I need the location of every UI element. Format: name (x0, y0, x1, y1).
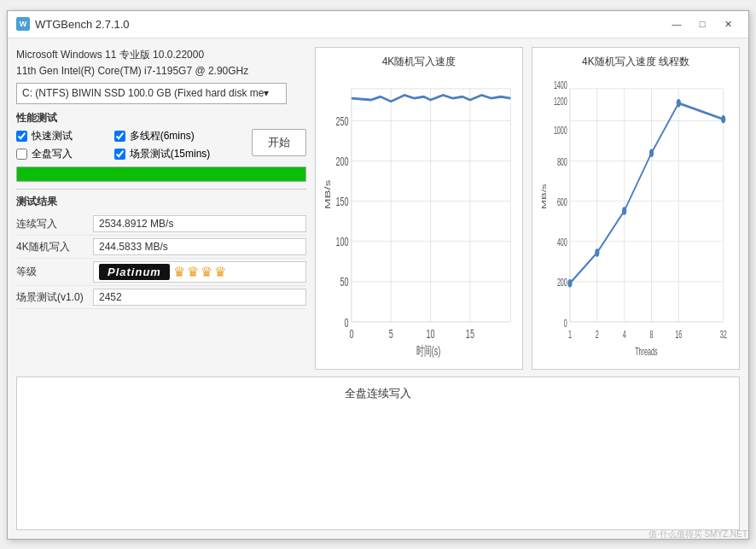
bottom-title: 全盘连续写入 (26, 386, 730, 401)
bottom-panel: 全盘连续写入 (16, 377, 740, 530)
scene-test-label: 场景测试(15mins) (130, 147, 211, 161)
svg-text:15: 15 (466, 326, 474, 341)
chart2-svg: 0 200 400 600 800 1000 1200 1400 1 2 4 8… (539, 73, 732, 362)
seq-write-value: 2534.8912 MB/s (93, 215, 306, 232)
result-row-grade: 等级 Platinum ♛♛♛♛ (16, 259, 306, 286)
svg-text:MB/s: MB/s (323, 179, 332, 208)
svg-text:400: 400 (557, 235, 567, 248)
scene-label: 场景测试(v1.0) (16, 290, 93, 305)
grade-value: Platinum ♛♛♛♛ (93, 261, 306, 283)
full-write-checkbox[interactable] (16, 149, 27, 160)
svg-text:250: 250 (335, 114, 348, 128)
svg-text:Threads: Threads (635, 345, 657, 358)
svg-text:200: 200 (335, 154, 348, 168)
chart1-svg: 0 50 100 150 200 250 0 5 10 15 MB/s (323, 73, 515, 362)
system-info: Microsoft Windows 11 专业版 10.0.22000 11th… (16, 47, 306, 105)
performance-label: 性能测试 (16, 111, 306, 126)
disk-select: C: (NTFS) BIWIN SSD 100.0 GB (Fixed hard… (16, 83, 306, 104)
svg-text:50: 50 (340, 275, 348, 289)
svg-text:32: 32 (720, 327, 727, 340)
chart1-panel: 4K随机写入速度 (315, 47, 523, 370)
svg-text:1400: 1400 (554, 78, 567, 91)
svg-text:10: 10 (427, 326, 435, 341)
4k-write-label: 4K随机写入 (16, 240, 93, 254)
svg-text:1000: 1000 (554, 123, 567, 136)
svg-text:16: 16 (675, 327, 682, 340)
svg-text:0: 0 (344, 315, 348, 330)
svg-text:1: 1 (568, 327, 572, 340)
svg-text:600: 600 (557, 195, 567, 207)
svg-text:8: 8 (649, 327, 653, 340)
svg-text:0: 0 (349, 326, 353, 341)
option-scene-test[interactable]: 场景测试(15mins) (114, 147, 211, 161)
svg-text:时间(s): 时间(s) (416, 344, 440, 359)
svg-text:100: 100 (335, 235, 348, 249)
start-button[interactable]: 开始 (252, 129, 306, 156)
svg-text:0: 0 (564, 316, 567, 329)
svg-text:MB/s: MB/s (540, 184, 547, 209)
svg-point-55 (622, 207, 626, 214)
cpu-info: 11th Gen Intel(R) Core(TM) i7-1195G7 @ 2… (16, 63, 306, 79)
results-label: 测试结果 (16, 195, 306, 209)
multithread-checkbox[interactable] (114, 131, 125, 142)
chart1-title: 4K随机写入速度 (323, 55, 515, 69)
disk-dropdown[interactable]: C: (NTFS) BIWIN SSD 100.0 GB (Fixed hard… (16, 83, 287, 104)
svg-point-58 (721, 114, 725, 122)
option-full-write[interactable]: 全盘写入 (16, 147, 73, 161)
chart2-title: 4K随机写入速度 线程数 (539, 55, 732, 69)
full-write-label: 全盘写入 (32, 147, 73, 161)
svg-point-54 (595, 248, 599, 256)
window-title: WTGBench 2.7.1.0 (35, 18, 130, 31)
dropdown-arrow-icon: ▾ (264, 85, 269, 102)
main-area: Microsoft Windows 11 专业版 10.0.22000 11th… (16, 47, 740, 370)
title-bar-left: W WTGBench 2.7.1.0 (16, 17, 130, 31)
watermark: 值·什么值得买 SMYZ.NET (648, 529, 747, 540)
minimize-button[interactable]: — (665, 15, 689, 32)
svg-text:4: 4 (623, 327, 626, 340)
svg-text:150: 150 (335, 194, 348, 208)
platinum-badge: Platinum (99, 264, 170, 280)
svg-point-53 (567, 279, 572, 287)
title-bar: W WTGBench 2.7.1.0 — □ ✕ (8, 11, 748, 38)
result-row-sequential: 连续写入 2534.8912 MB/s (16, 213, 306, 236)
title-bar-controls: — □ ✕ (665, 15, 740, 32)
seq-write-label: 连续写入 (16, 217, 93, 231)
multithread-label: 多线程(6mins) (130, 129, 195, 143)
maximize-button[interactable]: □ (690, 15, 714, 32)
app-icon: W (16, 17, 30, 31)
option-multithread[interactable]: 多线程(6mins) (114, 129, 211, 143)
result-row-4k: 4K随机写入 244.5833 MB/s (16, 236, 306, 259)
svg-text:5: 5 (389, 326, 393, 341)
scene-value: 2452 (93, 289, 306, 306)
left-panel: Microsoft Windows 11 专业版 10.0.22000 11th… (16, 47, 306, 370)
options-row: 快速测试 全盘写入 多线程(6mins) (16, 129, 306, 161)
grade-label: 等级 (16, 265, 93, 279)
performance-section: 性能测试 快速测试 全盘写入 (16, 111, 306, 182)
svg-point-57 (677, 99, 681, 107)
results-section: 测试结果 连续写入 2534.8912 MB/s 4K随机写入 244.5833… (16, 189, 306, 309)
window-content: Microsoft Windows 11 专业版 10.0.22000 11th… (8, 38, 748, 539)
option-fast-test[interactable]: 快速测试 (16, 129, 73, 143)
os-info: Microsoft Windows 11 专业版 10.0.22000 (16, 47, 306, 63)
svg-point-56 (649, 149, 654, 156)
main-window: W WTGBench 2.7.1.0 — □ ✕ Microsoft Windo… (7, 10, 749, 540)
charts-area: 4K随机写入速度 (315, 47, 740, 370)
svg-text:1200: 1200 (554, 94, 567, 107)
chart2-panel: 4K随机写入速度 线程数 (532, 47, 740, 370)
svg-text:200: 200 (557, 276, 567, 289)
fast-test-checkbox[interactable] (16, 131, 27, 142)
disk-value: C: (NTFS) BIWIN SSD 100.0 GB (Fixed hard… (22, 85, 264, 102)
result-row-scene: 场景测试(v1.0) 2452 (16, 286, 306, 309)
options-col-right: 多线程(6mins) 场景测试(15mins) (114, 129, 211, 161)
close-button[interactable]: ✕ (716, 15, 740, 32)
4k-write-value: 244.5833 MB/s (93, 238, 306, 255)
progress-bar (16, 166, 306, 182)
svg-text:800: 800 (557, 155, 567, 167)
crown-icons: ♛♛♛♛ (173, 264, 228, 280)
options-col-left: 快速测试 全盘写入 (16, 129, 73, 161)
scene-test-checkbox[interactable] (114, 149, 125, 160)
svg-text:2: 2 (596, 327, 599, 340)
fast-test-label: 快速测试 (32, 129, 73, 143)
